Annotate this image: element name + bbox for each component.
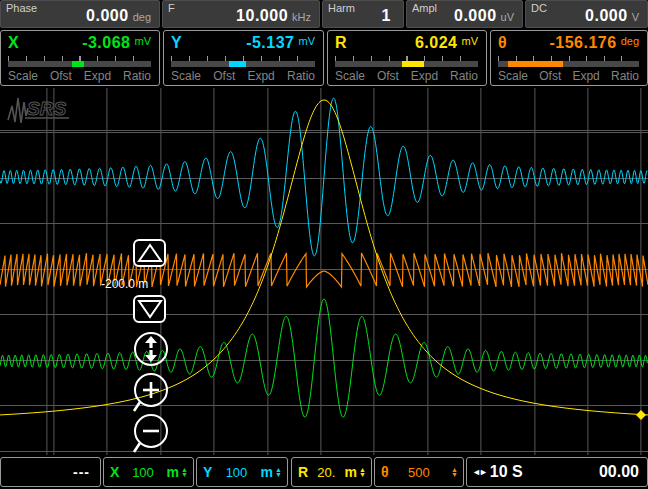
channel-unit: mV	[299, 35, 316, 47]
menu-ofst[interactable]: Ofst	[377, 69, 399, 83]
channel-meter	[335, 56, 478, 67]
param-label: Harm	[328, 2, 355, 14]
scale-letter: X	[110, 464, 119, 480]
channel-unit: mV	[462, 35, 479, 47]
channel-meter	[171, 56, 315, 67]
channel-letter: Y	[171, 34, 182, 52]
trigger-value: ---	[1, 464, 100, 480]
r-magnitude-trace	[0, 100, 648, 415]
horizontal-arrows-icon: ◄►	[472, 467, 486, 477]
menu-scale[interactable]: Scale	[498, 69, 528, 83]
menu-scale[interactable]: Scale	[335, 69, 365, 83]
param-value: 0.000	[86, 7, 129, 25]
channel-box-x[interactable]: X -3.068mV ScaleOfstExpdRatio	[0, 30, 160, 86]
channel-value: -3.068	[82, 34, 130, 52]
scale-value: 20.	[308, 465, 344, 480]
menu-ofst[interactable]: Ofst	[213, 69, 235, 83]
magnifier-handle	[134, 402, 140, 411]
triangle-up-icon	[137, 243, 163, 263]
magnifier-handle	[134, 443, 140, 452]
scale-unit: m	[167, 464, 179, 480]
param-unit: kHz	[292, 11, 311, 23]
meter-fill	[229, 61, 246, 67]
scale-unit: m	[261, 464, 273, 480]
offset-readout: -200.0 m	[101, 277, 171, 291]
channel-box-theta[interactable]: θ -156.176deg ScaleOfstExpdRatio	[490, 30, 648, 86]
menu-ofst[interactable]: Ofst	[539, 69, 561, 83]
param-label: Phase	[6, 2, 37, 14]
channel-letter: θ	[498, 34, 507, 52]
param-value: 10.000	[236, 7, 288, 25]
menu-ratio[interactable]: Ratio	[450, 69, 478, 83]
meter-fill	[72, 61, 84, 67]
menu-scale[interactable]: Scale	[8, 69, 38, 83]
spinner-arrows-icon[interactable]: ▲▼	[181, 467, 188, 477]
scale-box-r[interactable]: R 20. m ▲▼	[291, 457, 372, 487]
plus-icon	[143, 382, 159, 398]
param-label: DC	[531, 2, 547, 14]
param-box-dc[interactable]: DC 0.000V	[525, 0, 648, 28]
param-label: F	[168, 2, 175, 14]
timebase-box[interactable]: ◄► 10 S 00.00	[466, 457, 648, 487]
scale-value: 500	[389, 465, 449, 480]
pan-up-button[interactable]	[133, 239, 166, 267]
pan-down-button[interactable]	[133, 295, 166, 323]
param-box-phase[interactable]: Phase 0.000deg	[0, 0, 160, 28]
channel-unit: mV	[135, 35, 152, 47]
theta-phase-trace	[0, 253, 648, 287]
menu-ratio[interactable]: Ratio	[287, 69, 315, 83]
waveform-display[interactable]: SRS -200.0 m	[0, 88, 648, 455]
param-unit: deg	[133, 11, 151, 23]
param-label: Ampl	[412, 2, 437, 14]
scale-letter: Y	[203, 464, 212, 480]
channel-letter: X	[8, 34, 19, 52]
zoom-in-button[interactable]	[131, 372, 171, 416]
menu-expd[interactable]: Expd	[572, 69, 599, 83]
channel-box-y[interactable]: Y -5.137mV ScaleOfstExpdRatio	[163, 30, 324, 86]
spinner-arrows-icon[interactable]: ▲▼	[451, 467, 458, 477]
scale-box-theta[interactable]: θ 500 ▲▼	[374, 457, 464, 487]
menu-ofst[interactable]: Ofst	[50, 69, 72, 83]
timebase-value: 10 S	[490, 463, 523, 481]
expand-vertical-button[interactable]	[131, 331, 171, 375]
scale-letter: R	[298, 464, 308, 480]
param-unit: V	[632, 11, 639, 23]
scale-box-y[interactable]: Y 100 m ▲▼	[196, 457, 288, 487]
channel-letter: R	[335, 34, 347, 52]
scale-box-x[interactable]: X 100 m ▲▼	[103, 457, 194, 487]
zoom-out-button[interactable]	[131, 413, 171, 457]
spinner-arrows-icon[interactable]: ▲▼	[359, 467, 366, 477]
channel-box-r[interactable]: R 6.024mV ScaleOfstExpdRatio	[327, 30, 487, 86]
channel-meter	[498, 56, 639, 67]
scale-value: 100	[212, 465, 260, 480]
channel-value: -5.137	[246, 34, 294, 52]
channel-value: 6.024	[415, 34, 458, 52]
srs-logo-icon: SRS	[5, 92, 77, 126]
channel-value: -156.176	[549, 34, 616, 52]
arrows-up-down-icon	[145, 336, 157, 362]
meter-fill	[402, 61, 424, 67]
menu-scale[interactable]: Scale	[171, 69, 201, 83]
menu-expd[interactable]: Expd	[411, 69, 438, 83]
param-unit: uV	[501, 11, 514, 23]
spinner-arrows-icon[interactable]: ▲▼	[275, 467, 282, 477]
menu-ratio[interactable]: Ratio	[123, 69, 151, 83]
menu-ratio[interactable]: Ratio	[611, 69, 639, 83]
lockin-amplifier-screen: Phase 0.000deg F 10.000kHz Harm 1 Ampl 0…	[0, 0, 648, 489]
param-box-amplitude[interactable]: Ampl 0.000uV	[406, 0, 523, 28]
triangle-down-icon	[137, 299, 163, 319]
trace-position-marker	[636, 410, 646, 420]
meter-fill	[508, 61, 563, 67]
param-value: 0.000	[585, 7, 628, 25]
param-value: 1	[382, 7, 391, 25]
menu-expd[interactable]: Expd	[84, 69, 111, 83]
svg-text:SRS: SRS	[27, 98, 66, 119]
param-box-frequency[interactable]: F 10.000kHz	[162, 0, 320, 28]
trigger-box[interactable]: ---	[0, 457, 101, 487]
channel-meter	[8, 56, 151, 67]
time-readout: 00.00	[599, 463, 639, 481]
scale-letter: θ	[381, 464, 389, 480]
param-value: 0.000	[454, 7, 497, 25]
param-box-harmonic[interactable]: Harm 1	[322, 0, 404, 28]
menu-expd[interactable]: Expd	[247, 69, 274, 83]
